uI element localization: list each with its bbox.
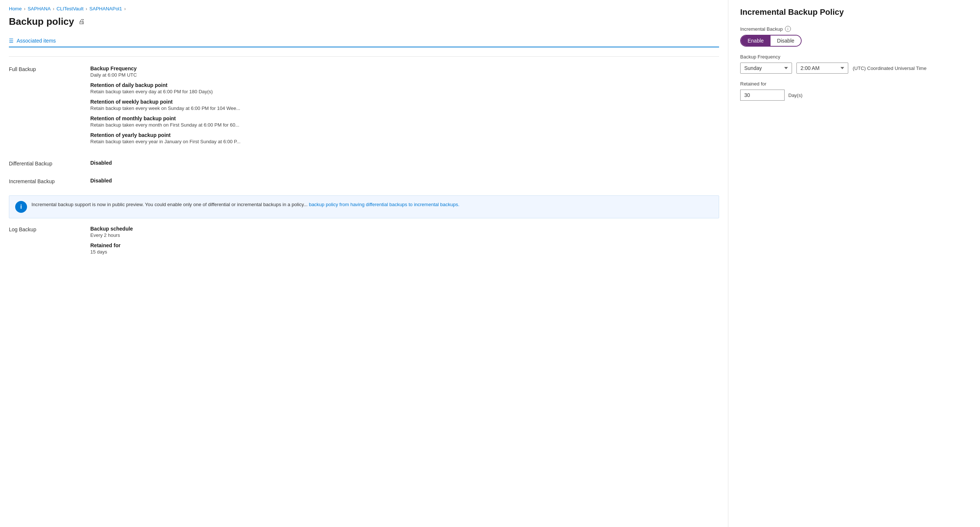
- differential-backup-label: Differential Backup: [9, 160, 90, 167]
- log-backup-schedule-title: Backup schedule: [90, 226, 719, 232]
- retained-days-input[interactable]: [740, 89, 784, 101]
- backup-frequency-group: Backup Frequency Sunday Monday Tuesday W…: [740, 54, 968, 74]
- breadcrumb-saphana[interactable]: SAPHANA: [28, 6, 51, 11]
- frequency-row: Sunday Monday Tuesday Wednesday Thursday…: [740, 62, 968, 74]
- enable-button[interactable]: Enable: [741, 35, 770, 46]
- info-banner-link[interactable]: backup policy from having differential b…: [309, 202, 460, 207]
- full-backup-daily-retention-value: Retain backup taken every day at 6:00 PM…: [90, 89, 719, 94]
- differential-backup-disabled: Disabled: [90, 160, 719, 166]
- breadcrumb-sep-1: ›: [24, 6, 25, 11]
- info-icon: i: [15, 201, 27, 213]
- log-backup-schedule-value: Every 2 hours: [90, 232, 719, 238]
- full-backup-yearly-retention-title: Retention of yearly backup point: [90, 132, 719, 138]
- full-backup-yearly-retention-value: Retain backup taken every year in Januar…: [90, 139, 719, 144]
- associated-items-tab[interactable]: ☰ Associated items: [9, 35, 719, 47]
- full-backup-section: Full Backup Backup Frequency Daily at 6:…: [9, 65, 719, 149]
- retained-for-group: Retained for Day(s): [740, 81, 968, 101]
- retained-for-label: Retained for: [740, 81, 968, 87]
- log-backup-content: Backup schedule Every 2 hours Retained f…: [90, 226, 719, 259]
- divider-top: [9, 56, 719, 57]
- day-select[interactable]: Sunday Monday Tuesday Wednesday Thursday…: [740, 62, 792, 74]
- full-backup-frequency-title: Backup Frequency: [90, 65, 719, 72]
- page-title-row: Backup policy 🖨: [9, 16, 719, 27]
- full-backup-weekly-retention-block: Retention of weekly backup point Retain …: [90, 99, 719, 111]
- info-banner: i Incremental backup support is now in p…: [9, 196, 719, 218]
- time-select[interactable]: 12:00 AM 1:00 AM 2:00 AM 3:00 AM 4:00 AM…: [796, 62, 848, 74]
- differential-backup-content: Disabled: [90, 160, 719, 167]
- left-panel: Home › SAPHANA › CLITestVault › SAPHANAP…: [0, 0, 728, 527]
- incremental-backup-label: Incremental Backup: [9, 178, 90, 184]
- log-backup-schedule-block: Backup schedule Every 2 hours: [90, 226, 719, 238]
- retained-row: Day(s): [740, 89, 968, 101]
- breadcrumb-sep-4: ›: [124, 6, 126, 11]
- log-backup-retained-value: 15 days: [90, 249, 719, 255]
- breadcrumb-home[interactable]: Home: [9, 6, 22, 11]
- breadcrumb-sep-3: ›: [86, 6, 88, 11]
- full-backup-monthly-retention-value: Retain backup taken every month on First…: [90, 122, 719, 128]
- days-unit-label: Day(s): [788, 92, 802, 98]
- incremental-backup-disabled: Disabled: [90, 178, 719, 183]
- log-backup-label: Log Backup: [9, 226, 90, 259]
- breadcrumb: Home › SAPHANA › CLITestVault › SAPHANAP…: [9, 6, 719, 11]
- page-title: Backup policy: [9, 16, 74, 27]
- full-backup-monthly-retention-title: Retention of monthly backup point: [90, 115, 719, 121]
- print-icon[interactable]: 🖨: [78, 18, 85, 25]
- incremental-backup-info-icon[interactable]: i: [785, 26, 791, 32]
- log-backup-retained-block: Retained for 15 days: [90, 242, 719, 255]
- incremental-backup-content: Disabled: [90, 178, 719, 184]
- right-panel-title: Incremental Backup Policy: [740, 7, 968, 17]
- log-backup-retained-title: Retained for: [90, 242, 719, 248]
- breadcrumb-policy[interactable]: SAPHANAPol1: [89, 6, 122, 11]
- info-banner-main-text: Incremental backup support is now in pub…: [32, 202, 307, 207]
- incremental-backup-field-label-text: Incremental Backup: [740, 26, 783, 32]
- timezone-text: (UTC) Coordinated Universal Time: [853, 65, 926, 71]
- disable-button[interactable]: Disable: [770, 35, 801, 46]
- full-backup-weekly-retention-value: Retain backup taken every week on Sunday…: [90, 105, 719, 111]
- info-banner-text: Incremental backup support is now in pub…: [32, 201, 459, 209]
- breadcrumb-vault[interactable]: CLITestVault: [57, 6, 84, 11]
- full-backup-content: Backup Frequency Daily at 6:00 PM UTC Re…: [90, 65, 719, 149]
- full-backup-label: Full Backup: [9, 65, 90, 149]
- associated-items-label: Associated items: [17, 38, 56, 44]
- incremental-backup-toggle-group: Incremental Backup i Enable Disable: [740, 26, 968, 47]
- full-backup-frequency-value: Daily at 6:00 PM UTC: [90, 72, 719, 78]
- full-backup-frequency-block: Backup Frequency Daily at 6:00 PM UTC: [90, 65, 719, 78]
- menu-icon: ☰: [9, 38, 14, 44]
- retained-for-label-text: Retained for: [740, 81, 767, 87]
- right-panel: Incremental Backup Policy Incremental Ba…: [728, 0, 980, 527]
- log-backup-section: Log Backup Backup schedule Every 2 hours…: [9, 226, 719, 259]
- incremental-backup-field-label: Incremental Backup i: [740, 26, 968, 32]
- full-backup-daily-retention-title: Retention of daily backup point: [90, 82, 719, 88]
- differential-backup-section: Differential Backup Disabled: [9, 160, 719, 167]
- full-backup-monthly-retention-block: Retention of monthly backup point Retain…: [90, 115, 719, 128]
- full-backup-weekly-retention-title: Retention of weekly backup point: [90, 99, 719, 105]
- enable-disable-toggle[interactable]: Enable Disable: [740, 35, 802, 47]
- full-backup-yearly-retention-block: Retention of yearly backup point Retain …: [90, 132, 719, 144]
- full-backup-daily-retention-block: Retention of daily backup point Retain b…: [90, 82, 719, 94]
- backup-frequency-label-text: Backup Frequency: [740, 54, 780, 60]
- incremental-backup-section: Incremental Backup Disabled: [9, 178, 719, 184]
- backup-frequency-label: Backup Frequency: [740, 54, 968, 60]
- breadcrumb-sep-2: ›: [53, 6, 54, 11]
